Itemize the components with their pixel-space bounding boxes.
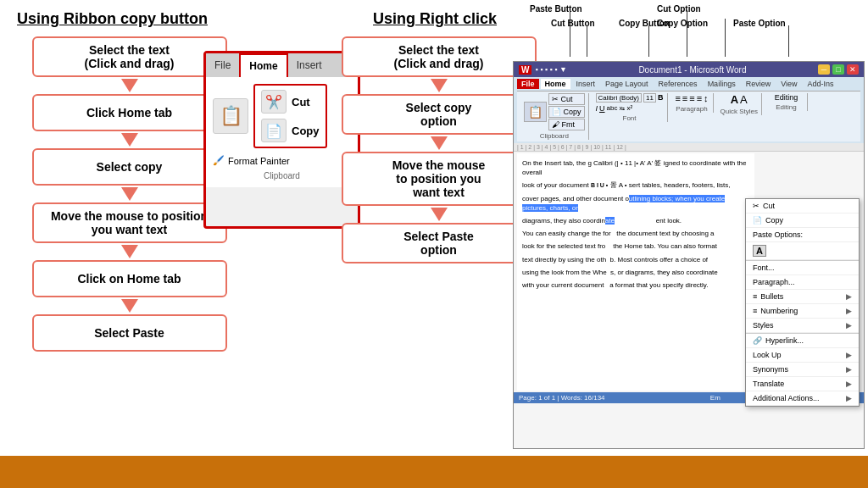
para2: look of your document B I U • 詈 A • sert… <box>522 180 749 190</box>
clipboard-group: 📋 ✂ Cut 📄 Copy 🖌 Fmt Clipboard <box>520 93 589 140</box>
left-arrow-4 <box>121 245 138 258</box>
italic-button[interactable]: I <box>596 104 598 113</box>
right-step-3-label: Move the mouseto position youwant text <box>392 158 486 199</box>
paste-a-icon: A <box>753 245 766 257</box>
subscript-button[interactable]: x₂ <box>619 104 625 113</box>
word-format-painter-button[interactable]: 🖌 Fmt <box>548 119 585 130</box>
context-numbering[interactable]: ≡ Numbering ▶ <box>746 304 859 319</box>
styles-icon[interactable]: A <box>731 93 738 106</box>
clipboard-buttons: 📋 ✂ Cut 📄 Copy 🖌 Fmt <box>524 93 585 130</box>
synonyms-arrow: ▶ <box>846 365 852 374</box>
ribbon-body: 📋 ✂️ Cut 📄 Copy 🖌️ Format Painter Clipbo… <box>206 77 358 187</box>
strikethrough-button[interactable]: abc <box>607 104 618 113</box>
word-tab-references[interactable]: References <box>654 79 702 89</box>
context-synonyms[interactable]: Synonyms ▶ <box>746 363 859 377</box>
context-styles[interactable]: Styles ▶ <box>746 319 859 333</box>
word-tab-view[interactable]: View <box>776 79 801 89</box>
align-right-button[interactable]: ≡ <box>689 93 694 103</box>
font-section-label: Font <box>623 114 637 122</box>
word-tab-home[interactable]: Home <box>541 79 570 89</box>
context-translate[interactable]: Translate ▶ <box>746 377 859 391</box>
line-paste <box>570 10 570 57</box>
left-step-6: Select Paste <box>32 314 227 352</box>
underline-button[interactable]: U <box>599 104 605 113</box>
word-cut-button[interactable]: ✂ Cut <box>548 93 585 105</box>
context-bullets[interactable]: ≡ Bullets ▶ <box>746 290 859 304</box>
context-cut-label: Cut <box>763 202 775 210</box>
editing-controls: Editing <box>775 93 798 102</box>
format-painter-icon: 🖌️ <box>213 155 225 166</box>
left-step-1-label: Select the text(Click and drag) <box>85 43 175 70</box>
context-paste-options[interactable]: Paste Options: <box>746 228 859 242</box>
word-tab-file[interactable]: File <box>517 79 539 89</box>
context-paragraph-label: Paragraph... <box>753 278 795 286</box>
context-hyperlink[interactable]: 🔗 Hyperlink... <box>746 334 859 348</box>
context-lookup[interactable]: Look Up ▶ <box>746 348 859 363</box>
right-arrow-2 <box>431 136 448 150</box>
right-flow-container: Select the text(Click and drag) Select c… <box>356 36 521 263</box>
paste-icon[interactable]: 📋 <box>213 98 248 134</box>
word-copy-button[interactable]: 📄 Copy <box>548 106 585 118</box>
ribbon-mockup: File Home Insert 📋 ✂️ Cut 📄 <box>203 51 360 229</box>
ribbon-tab-insert[interactable]: Insert <box>288 53 331 77</box>
cut-button[interactable]: ✂️ Cut <box>258 88 323 115</box>
ruler: | 1 | 2 | 3 | 4 | 5 | 6 | 7 | 8 | 9 | 10… <box>514 143 864 152</box>
context-copy-label: Copy <box>765 216 783 225</box>
line-spacing-button[interactable]: ↕ <box>704 93 709 103</box>
left-step-5: Click on Home tab <box>32 260 227 297</box>
word-tab-mailings[interactable]: Mailings <box>704 79 740 89</box>
bold-button[interactable]: B <box>658 93 664 103</box>
left-step-4: Move the mouse to positionyou want text <box>32 202 227 243</box>
line-cut-opt <box>687 10 687 57</box>
para9: with your current document a format that… <box>522 280 749 290</box>
styles-icon2[interactable]: A <box>740 93 748 106</box>
ribbon-tab-file[interactable]: File <box>206 53 239 77</box>
context-cut[interactable]: ✂ Cut <box>746 199 859 214</box>
cut-icon: ✂️ <box>261 90 287 114</box>
superscript-button[interactable]: x² <box>626 104 632 113</box>
lookup-arrow: ▶ <box>846 351 852 359</box>
context-additional[interactable]: Additional Actions... ▶ <box>746 391 859 406</box>
word-tab-review[interactable]: Review <box>742 79 776 89</box>
word-tab-insert[interactable]: Insert <box>572 79 600 89</box>
highlighted-text: utlining blocks; when you create picture… <box>522 195 725 212</box>
status-page-info: Page: 1 of 1 | Words: 16/134 <box>519 394 605 402</box>
word-tab-page-layout[interactable]: Page Layout <box>601 79 653 89</box>
word-tab-addins[interactable]: Add-Ins <box>804 79 838 89</box>
context-font[interactable]: Font... <box>746 261 859 275</box>
right-step-3: Move the mouseto position youwant text <box>342 152 537 206</box>
para4: diagrams, they also coordinate ent look. <box>522 216 749 225</box>
context-copy[interactable]: 📄 Copy <box>746 214 859 228</box>
minimize-button[interactable]: ─ <box>818 64 830 75</box>
left-section-title: Using Ribbon copy button <box>17 10 259 28</box>
highlighted-text2: ate <box>605 217 615 225</box>
word-text-content[interactable]: On the Insert tab, the g Calibri (| • 11… <box>517 153 754 391</box>
ribbon-tab-home-label: Home <box>249 60 277 72</box>
context-paragraph[interactable]: Paragraph... <box>746 275 859 290</box>
context-paste-a[interactable]: A <box>746 242 859 260</box>
line-paste-opt <box>788 25 789 57</box>
context-menu: ✂ Cut 📄 Copy Paste Options: A Font... <box>745 198 860 407</box>
line-copy-opt <box>725 19 726 57</box>
maximize-button[interactable]: □ <box>832 64 844 75</box>
justify-button[interactable]: ≡ <box>697 93 702 103</box>
additional-arrow: ▶ <box>846 394 852 402</box>
word-ribbon-area: File Home Insert Page Layout References … <box>514 77 864 143</box>
right-step-4-label: Select Pasteoption <box>403 230 474 257</box>
word-paste-button[interactable]: 📋 <box>524 102 547 122</box>
left-arrow-2 <box>121 133 138 147</box>
close-button[interactable]: ✕ <box>847 64 859 75</box>
font-name-dropdown[interactable]: Calibri (Body) <box>596 93 642 103</box>
align-center-button[interactable]: ≡ <box>682 93 687 103</box>
cut-copy-buttons: ✂ Cut 📄 Copy 🖌 Fmt <box>548 93 585 130</box>
copy-button[interactable]: 📄 Copy <box>258 117 323 144</box>
context-font-label: Font... <box>753 263 775 272</box>
ribbon-tab-home[interactable]: Home <box>239 53 287 77</box>
align-left-button[interactable]: ≡ <box>675 93 680 103</box>
right-step-1-label: Select the text(Click and drag) <box>394 43 484 70</box>
right-section-title: Using Right click <box>373 10 521 28</box>
right-step-4: Select Pasteoption <box>342 223 537 263</box>
line-copy <box>648 25 649 57</box>
font-size-dropdown[interactable]: 11 <box>643 93 656 103</box>
word-logo: W <box>519 65 531 75</box>
